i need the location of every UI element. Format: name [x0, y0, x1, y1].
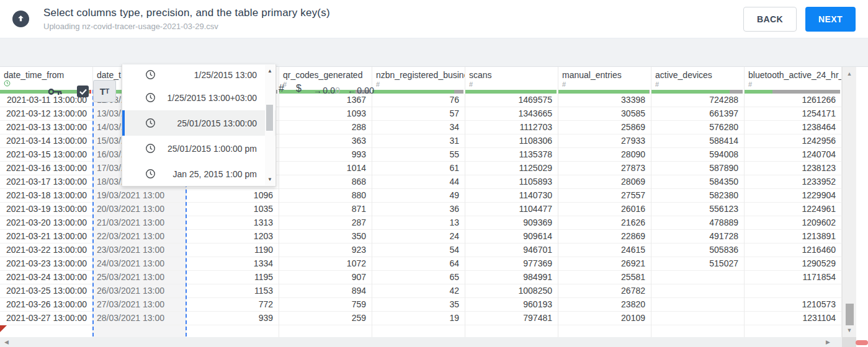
date-format-option[interactable]: 1/25/2015 13:00+03:00: [122, 85, 275, 110]
column-bluetooth_active_24_hr_[interactable]: bluetooth_active_24_hr_#1261266125417112…: [745, 67, 842, 337]
dropdown-scrollbar-thumb[interactable]: [266, 105, 273, 131]
table-cell[interactable]: 1125029: [465, 162, 558, 175]
table-cell[interactable]: 1190: [186, 244, 279, 257]
table-cell[interactable]: 2021-03-18 13:00:00: [0, 189, 92, 203]
table-cell[interactable]: 1290529: [745, 257, 841, 271]
table-cell[interactable]: 49: [372, 189, 465, 203]
table-cell[interactable]: 960193: [465, 298, 558, 312]
horizontal-scrollbar[interactable]: ◀ ▶: [0, 337, 856, 347]
table-cell[interactable]: 1231104: [745, 312, 841, 325]
column-nzbn_registered_busine[interactable]: nzbn_registered_busine#76573431556144493…: [372, 67, 465, 337]
column-header[interactable]: qr_codes_generated: [279, 67, 372, 80]
date-format-option[interactable]: 1/25/2015 13:00: [122, 64, 275, 85]
primary-key-icon[interactable]: [48, 87, 62, 99]
back-button[interactable]: BACK: [743, 7, 797, 32]
table-cell[interactable]: 939: [186, 312, 279, 325]
table-cell[interactable]: 24: [372, 230, 465, 244]
decrease-decimal-button[interactable]: ←0.00: [347, 86, 374, 95]
table-cell[interactable]: 576280: [651, 121, 744, 134]
table-cell[interactable]: 1171854: [745, 271, 841, 284]
table-cell[interactable]: 993: [279, 148, 372, 162]
table-cell[interactable]: 1203: [186, 230, 279, 244]
table-cell[interactable]: 909369: [465, 216, 558, 230]
table-cell[interactable]: 724288: [651, 94, 744, 107]
table-cell[interactable]: 1105893: [465, 175, 558, 189]
table-cell[interactable]: 287: [279, 216, 372, 230]
table-cell[interactable]: 21626: [558, 216, 651, 230]
table-cell[interactable]: 1240704: [745, 148, 841, 162]
table-cell[interactable]: 871: [279, 203, 372, 216]
dropdown-scroll-down-icon[interactable]: ▼: [265, 177, 275, 182]
column-scans[interactable]: scans#1469575134366511127031108306113537…: [465, 67, 558, 337]
dropdown-scrollbar[interactable]: ▲ ▼: [265, 65, 275, 185]
table-cell[interactable]: [651, 284, 744, 298]
table-cell[interactable]: 909614: [465, 230, 558, 244]
date-format-option[interactable]: 25/01/2015 1:00:00 pm: [122, 136, 275, 161]
table-cell[interactable]: 478889: [651, 216, 744, 230]
table-cell[interactable]: 55: [372, 148, 465, 162]
table-cell[interactable]: 1140730: [465, 189, 558, 203]
table-cell[interactable]: 20/03/2021 13:00: [93, 203, 186, 216]
column-manual_entries[interactable]: manual_entries#3339830585258692793328090…: [558, 67, 651, 337]
table-cell[interactable]: 1209602: [745, 216, 841, 230]
table-cell[interactable]: 22869: [558, 230, 651, 244]
table-cell[interactable]: 76: [372, 94, 465, 107]
table-cell[interactable]: 27873: [558, 162, 651, 175]
table-cell[interactable]: 31: [372, 134, 465, 148]
table-cell[interactable]: 288: [279, 121, 372, 134]
table-cell[interactable]: 25869: [558, 121, 651, 134]
table-cell[interactable]: [651, 271, 744, 284]
table-cell[interactable]: 36: [372, 203, 465, 216]
table-cell[interactable]: 584350: [651, 175, 744, 189]
number-type-button[interactable]: #: [279, 83, 284, 94]
table-cell[interactable]: 1153: [186, 284, 279, 298]
table-cell[interactable]: 19/03/2021 13:00: [93, 189, 186, 203]
table-cell[interactable]: 61: [372, 162, 465, 175]
table-cell[interactable]: 54: [372, 244, 465, 257]
table-cell[interactable]: [651, 312, 744, 325]
table-cell[interactable]: 2021-03-24 13:00:00: [0, 271, 92, 284]
table-cell[interactable]: 772: [186, 298, 279, 312]
table-cell[interactable]: 1112703: [465, 121, 558, 134]
table-cell[interactable]: 1035: [186, 203, 279, 216]
table-cell[interactable]: 23820: [558, 298, 651, 312]
date-format-option[interactable]: Jan 25, 2015 1:00 pm: [122, 161, 275, 187]
table-cell[interactable]: 26782: [558, 284, 651, 298]
table-cell[interactable]: 1195: [186, 271, 279, 284]
column-qr_codes_generated[interactable]: qr_codes_generated#136710932883639931014…: [279, 67, 372, 337]
table-cell[interactable]: 13: [372, 216, 465, 230]
table-cell[interactable]: 1469575: [465, 94, 558, 107]
table-cell[interactable]: 2021-03-23 13:00:00: [0, 257, 92, 271]
table-cell[interactable]: 2021-03-15 13:00:00: [0, 148, 92, 162]
table-cell[interactable]: 19: [372, 312, 465, 325]
table-cell[interactable]: 868: [279, 175, 372, 189]
table-cell[interactable]: 35: [372, 298, 465, 312]
table-cell[interactable]: 759: [279, 298, 372, 312]
table-cell[interactable]: 1104477: [465, 203, 558, 216]
table-cell[interactable]: 661397: [651, 107, 744, 121]
table-cell[interactable]: 1233952: [745, 175, 841, 189]
column-date_time_from[interactable]: date_time_from2021-03-11 13:00:002021-03…: [0, 67, 93, 337]
table-cell[interactable]: 1096: [186, 189, 279, 203]
table-cell[interactable]: 556123: [651, 203, 744, 216]
table-cell[interactable]: 22/03/2021 13:00: [93, 230, 186, 244]
table-cell[interactable]: 515027: [651, 257, 744, 271]
table-cell[interactable]: 1254171: [745, 107, 841, 121]
checked-checkbox-icon[interactable]: [77, 86, 89, 97]
table-cell[interactable]: [745, 284, 841, 298]
table-cell[interactable]: 27557: [558, 189, 651, 203]
table-cell[interactable]: 42: [372, 284, 465, 298]
table-cell[interactable]: [651, 298, 744, 312]
table-cell[interactable]: 491728: [651, 230, 744, 244]
table-cell[interactable]: 587890: [651, 162, 744, 175]
table-cell[interactable]: 1229904: [745, 189, 841, 203]
table-cell[interactable]: 2021-03-17 13:00:00: [0, 175, 92, 189]
table-cell[interactable]: 2021-03-19 13:00:00: [0, 203, 92, 216]
table-cell[interactable]: 1008250: [465, 284, 558, 298]
table-cell[interactable]: 1213891: [745, 230, 841, 244]
table-cell[interactable]: 1014: [279, 162, 372, 175]
table-cell[interactable]: 33398: [558, 94, 651, 107]
table-cell[interactable]: 2021-03-26 13:00:00: [0, 298, 92, 312]
table-cell[interactable]: 65: [372, 271, 465, 284]
table-cell[interactable]: 21/03/2021 13:00: [93, 216, 186, 230]
